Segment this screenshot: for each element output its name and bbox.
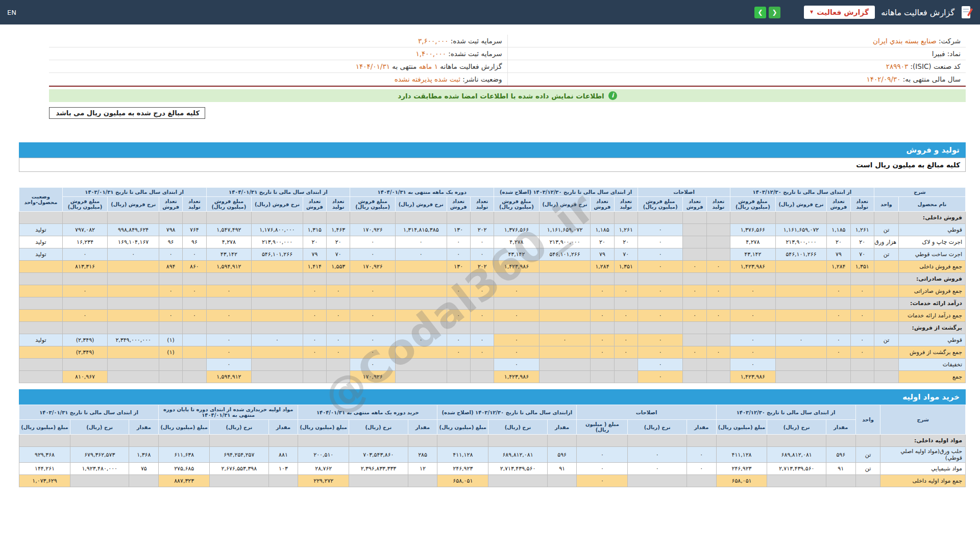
cell: ۷۹ <box>827 248 850 261</box>
cell <box>539 346 591 359</box>
column-header: نرخ فروش (ریال) <box>108 197 159 212</box>
cell: ۱,۴۲۳,۹۸۶ <box>494 261 540 273</box>
cell: ۰ <box>614 346 638 359</box>
cell: ۰ <box>628 463 687 475</box>
cell: ۰ <box>683 285 706 297</box>
cell: ۱,۴۲۳,۹۸۶ <box>730 371 776 383</box>
registered-capital-field: سرمایه ثبت شده: ۳,۶۰۰,۰۰۰ <box>49 35 507 47</box>
cell: تولید <box>19 248 63 261</box>
report-type-dropdown[interactable]: گزارش فعالیت ▼ <box>804 6 875 19</box>
column-header: تعداد تولید <box>183 197 206 212</box>
cell <box>252 261 303 273</box>
table-row: تخفیفات۰۰۰۰۰ <box>19 359 966 371</box>
cell <box>855 435 880 447</box>
company-info-section: شرکت: صنایع بسته بندي ایران سرمایه ثبت ش… <box>49 35 966 119</box>
cell <box>159 435 210 447</box>
cell <box>874 346 898 359</box>
cell <box>683 273 706 285</box>
cell <box>395 371 447 383</box>
page-title: گزارش فعالیت ماهانه <box>881 8 954 17</box>
column-header: شرح <box>880 405 966 435</box>
publisher-status-field: وضعیت ناشر: ثبت شده پذیرفته نشده <box>49 73 507 86</box>
cell: ۱,۱۸۵ <box>591 224 614 236</box>
column-header: تعداد تولید <box>614 197 638 212</box>
company-name-link[interactable]: صنایع بسته بندي ایران <box>873 37 937 45</box>
cell: ۱۴۴,۲۶۱ <box>19 463 70 475</box>
field-label: منتهی به <box>392 62 416 70</box>
cell <box>303 371 326 383</box>
cell <box>775 297 827 310</box>
cell: ۰ <box>183 310 206 322</box>
cell: ۰ <box>827 334 850 346</box>
cell <box>129 475 159 487</box>
cell: ۱,۳۶۸ <box>129 447 159 463</box>
cell <box>539 371 591 383</box>
cell <box>108 346 159 359</box>
cell: ۲۰ <box>591 236 614 248</box>
column-header: مبلغ ( میلیون ریال) <box>577 420 628 435</box>
cell <box>874 273 898 285</box>
header-group-row: شرحاز ابتدای سال مالی تا تاریخ ۱۴۰۳/۱۲/۳… <box>19 188 966 197</box>
language-toggle[interactable]: EN <box>7 9 16 16</box>
cell <box>252 359 303 371</box>
column-header: مبلغ (میلیون ریال) <box>159 420 210 435</box>
cell <box>874 371 898 383</box>
cell <box>19 322 63 334</box>
cell <box>591 322 614 334</box>
cell: ۰ <box>350 248 396 261</box>
column-header: مواد اولیه خریداری شده از ابتدای دوره تا… <box>159 405 298 420</box>
cell: ۰ <box>62 248 108 261</box>
cell: ۰ <box>775 334 827 346</box>
cell: ۰ <box>350 285 396 297</box>
cell: ۱,۴۲۳,۹۸۶ <box>730 261 776 273</box>
cell: (۲,۳۴۹) <box>62 346 108 359</box>
field-value: ۳,۶۰۰,۰۰۰ <box>418 37 448 45</box>
cell <box>206 322 252 334</box>
info-row: سال مالی منتهی به: ۱۴۰۲/۰۹/۳۰ وضعیت ناشر… <box>49 73 966 86</box>
column-header: تعداد تولید <box>470 197 494 212</box>
chevron-down-icon: ▼ <box>810 10 813 14</box>
cell: ۲۸۵ <box>408 447 437 463</box>
cell <box>539 310 591 322</box>
cell <box>350 212 396 224</box>
cell <box>183 322 206 334</box>
field-value: ۱۴۰۲/۰۹/۳۰ <box>866 75 900 83</box>
cell: اجرت چاپ و لاک <box>899 236 966 248</box>
cell: ۰ <box>447 248 470 261</box>
cell: ۲۰ <box>327 236 350 248</box>
cell: تن <box>874 248 898 261</box>
cell <box>252 212 303 224</box>
cell <box>447 359 470 371</box>
column-header: مبلغ فروش (میلیون ریال) <box>350 197 396 212</box>
cell: ۲,۳۹۶,۸۳۳,۳۳۳ <box>349 463 408 475</box>
field-value: فبیرا <box>932 49 945 58</box>
cell: ۰ <box>687 463 716 475</box>
cell: ۰ <box>494 285 540 297</box>
cell <box>775 285 827 297</box>
cell <box>268 435 298 447</box>
report-period-field: گزارش فعالیت ماهانه ۱ ماهه منتهی به ۱۴۰۴… <box>49 60 507 73</box>
cell <box>19 297 63 310</box>
cell: ۰ <box>303 346 326 359</box>
column-header: از ابتدای سال مالی تا تاریخ ۱۴۰۳/۱۲/۳۰ <box>716 405 855 420</box>
cell <box>183 359 206 371</box>
cell: ۰ <box>327 285 350 297</box>
cell <box>19 371 63 383</box>
cell: ۰ <box>494 310 540 322</box>
cell: ۰ <box>62 285 108 297</box>
cell: ۰ <box>494 359 540 371</box>
cell <box>638 297 683 310</box>
field-label: سرمایه ثبت شده: <box>451 37 502 45</box>
cell: ۷۵ <box>129 463 159 475</box>
cell <box>395 285 447 297</box>
cell: ۷۹۸ <box>159 224 182 236</box>
cell: ۰ <box>108 248 159 261</box>
cell: ۱,۹۲۳,۴۸۰,۰۰۰ <box>70 463 129 475</box>
cell: ۱,۴۲۳,۹۸۶ <box>494 371 540 383</box>
next-report-arrow-button[interactable]: ❮ <box>769 7 780 18</box>
cell <box>775 346 827 359</box>
cell: ۰ <box>706 285 730 297</box>
cell <box>767 435 826 447</box>
previous-report-arrow-button[interactable]: ❯ <box>754 7 766 18</box>
cell <box>683 212 706 224</box>
